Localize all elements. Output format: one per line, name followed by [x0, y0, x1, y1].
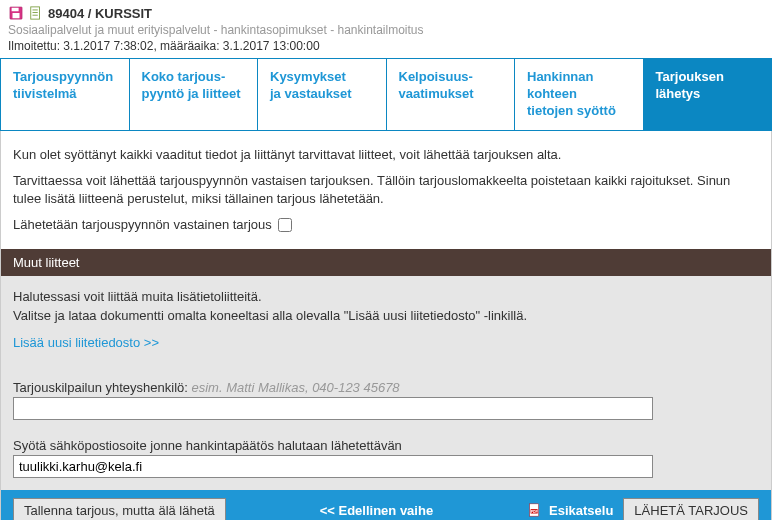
svg-rect-6 [33, 15, 38, 16]
attachments-p1: Halutessasi voit liittää muita lisätieto… [13, 288, 759, 306]
tab-summary[interactable]: Tarjouspyynnön tiivistelmä [1, 59, 130, 130]
tab-data-entry[interactable]: Hankinnan kohteen tietojen syöttö [515, 59, 644, 130]
svg-text:PDF: PDF [531, 510, 539, 514]
checkbox-label: Lähetetään tarjouspyynnön vastainen tarj… [13, 216, 272, 234]
send-offer-button[interactable]: LÄHETÄ TARJOUS [623, 498, 759, 520]
tab-bar: Tarjouspyynnön tiivistelmä Koko tarjous-… [0, 58, 772, 131]
intro-paragraph-1: Kun olet syöttänyt kaikki vaaditut tiedo… [13, 146, 759, 164]
save-draft-button[interactable]: Tallenna tarjous, mutta älä lähetä [13, 498, 226, 520]
content-area: Kun olet syöttänyt kaikki vaaditut tiedo… [0, 131, 772, 520]
email-input[interactable] [13, 455, 653, 478]
header-subtitle: Sosiaalipalvelut ja muut erityispalvelut… [8, 23, 764, 37]
preview-link[interactable]: PDF Esikatselu [527, 502, 613, 518]
attachments-header: Muut liitteet [1, 249, 771, 276]
tab-full-request[interactable]: Koko tarjous- pyyntö ja liitteet [130, 59, 259, 130]
contact-input[interactable] [13, 397, 653, 420]
svg-rect-2 [13, 13, 20, 18]
svg-rect-4 [33, 10, 38, 11]
tab-questions[interactable]: Kysymykset ja vastaukset [258, 59, 387, 130]
svg-rect-1 [12, 8, 19, 12]
prev-step-button[interactable]: << Edellinen vaihe [310, 499, 443, 520]
procurement-id: 89404 / KURSSIT [48, 6, 152, 21]
add-attachment-link[interactable]: Lisää uusi liitetiedosto >> [13, 335, 159, 350]
contact-label: Tarjouskilpailun yhteyshenkilö: esim. Ma… [13, 380, 759, 395]
footer-bar: Tallenna tarjous, mutta älä lähetä << Ed… [1, 490, 771, 520]
attachments-p2: Valitse ja lataa dokumentti omalta konee… [13, 307, 759, 325]
intro-paragraph-2: Tarvittaessa voit lähettää tarjouspyynnö… [13, 172, 759, 208]
contrary-offer-checkbox[interactable] [278, 218, 292, 232]
attachments-body: Halutessasi voit liittää muita lisätieto… [1, 276, 771, 489]
save-icon [8, 5, 24, 21]
svg-rect-5 [33, 12, 38, 13]
doc-icon [28, 5, 44, 21]
page-header: 89404 / KURSSIT Sosiaalipalvelut ja muut… [0, 0, 772, 58]
email-label: Syötä sähköpostiosoite jonne hankintapää… [13, 438, 759, 453]
header-dates: Ilmoitettu: 3.1.2017 7:38:02, määräaika:… [8, 39, 764, 53]
tab-submit[interactable]: Tarjouksen lähetys [644, 59, 772, 130]
contact-hint: esim. Matti Mallikas, 040-123 45678 [192, 380, 400, 395]
tab-eligibility[interactable]: Kelpoisuus- vaatimukset [387, 59, 516, 130]
pdf-icon: PDF [527, 502, 543, 518]
